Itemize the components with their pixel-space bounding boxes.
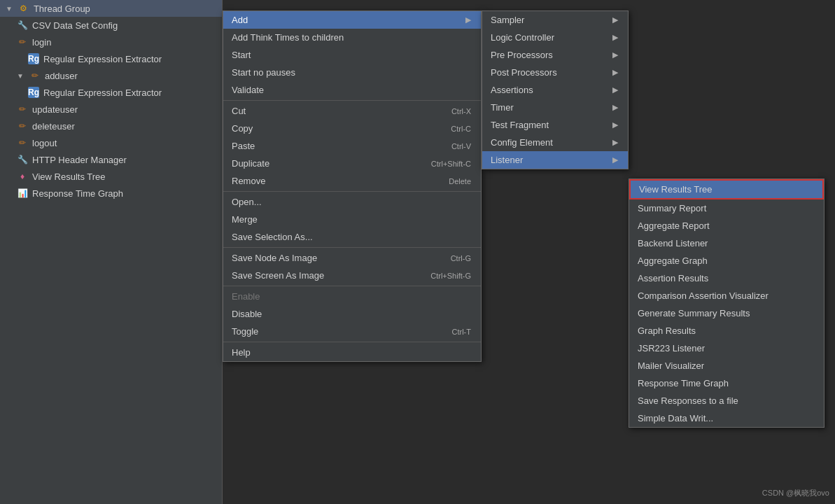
regex-icon: Rg — [28, 53, 39, 64]
main-context-menu[interactable]: Add ▶ Add Think Times to children Start … — [223, 10, 482, 362]
menu-label: Comparison Assertion Visualizer — [638, 290, 769, 301]
menu-item-open[interactable]: Open... — [223, 193, 481, 211]
listener-aggregate-report[interactable]: Aggregate Report — [629, 217, 824, 234]
menu-item-disable[interactable]: Disable — [223, 305, 481, 323]
listener-graph-results[interactable]: Graph Results — [629, 322, 824, 340]
shortcut-save-node: Ctrl-G — [451, 254, 471, 262]
menu-item-enable: Enable — [223, 288, 481, 305]
separator-4 — [223, 286, 481, 286]
menu-item-merge[interactable]: Merge — [223, 211, 481, 228]
listener-generate-summary[interactable]: Generate Summary Results — [629, 304, 824, 322]
listener-summary-report[interactable]: Summary Report — [629, 200, 824, 217]
radio-stop-test-now[interactable]: Stop Test Now — [531, 57, 603, 68]
pencil-icon: ✏ — [17, 137, 28, 148]
menu-label: View Results Tree — [639, 184, 713, 195]
tree-item-adduser-regex[interactable]: Rg Regular Expression Extractor — [0, 84, 222, 101]
menu-label: Validate — [232, 85, 264, 95]
separator-3 — [223, 247, 481, 248]
tree-label: Thread Group — [34, 4, 90, 14]
shortcut-toggle: Ctrl-T — [452, 328, 472, 336]
tree-label: Regular Expression Extractor — [43, 54, 162, 64]
listener-backend-listener[interactable]: Backend Listener — [629, 234, 824, 252]
menu-label: Response Time Graph — [638, 378, 729, 388]
radio-stop-now-label: Stop Test Now — [545, 57, 603, 68]
listener-submenu[interactable]: View Results Tree Summary Report Aggrega… — [629, 178, 825, 428]
menu-item-help[interactable]: Help — [223, 344, 481, 361]
tree-item-logout[interactable]: ✏ logout — [0, 134, 222, 151]
left-panel: ▼ ⚙ Thread Group 🔧 CSV Data Set Config ✏… — [0, 0, 223, 504]
menu-label: Generate Summary Results — [638, 308, 750, 318]
tree-item-csv[interactable]: 🔧 CSV Data Set Config — [0, 17, 222, 34]
menu-label: Save Responses to a file — [638, 396, 738, 406]
menu-label: Simple Data Writ... — [638, 413, 713, 424]
menu-label: Open... — [232, 197, 262, 207]
menu-label: Save Screen As Image — [232, 270, 324, 281]
tree-label: CSV Data Set Config — [32, 20, 118, 31]
menu-label: Save Selection As... — [232, 232, 313, 242]
menu-label: Duplicate — [232, 158, 269, 169]
tree-label: HTTP Header Manager — [32, 155, 127, 165]
menu-label: Remove — [232, 176, 265, 186]
listener-comparison-assertion[interactable]: Comparison Assertion Visualizer — [629, 287, 824, 304]
menu-item-start[interactable]: Start — [223, 46, 481, 64]
listener-save-responses[interactable]: Save Responses to a file — [629, 392, 824, 410]
menu-item-duplicate[interactable]: Duplicate Ctrl+Shift-C — [223, 155, 481, 172]
menu-item-start-no-pauses[interactable]: Start no pauses — [223, 64, 481, 81]
gear-icon: ⚙ — [18, 3, 29, 14]
menu-item-copy[interactable]: Copy Ctrl-C — [223, 120, 481, 137]
menu-item-add[interactable]: Add ▶ — [223, 11, 481, 29]
listener-view-results-tree[interactable]: View Results Tree — [629, 179, 824, 200]
menu-item-toggle[interactable]: Toggle Ctrl-T — [223, 323, 481, 340]
tree-item-thread-group[interactable]: ▼ ⚙ Thread Group — [0, 0, 222, 17]
tree-item-view-results[interactable]: ♦ View Results Tree — [0, 168, 222, 185]
menu-label: Start no pauses — [232, 67, 295, 78]
menu-label: Summary Report — [638, 203, 706, 214]
regex-icon: Rg — [28, 87, 39, 98]
menu-label: Disable — [232, 309, 262, 319]
menu-item-remove[interactable]: Remove Delete — [223, 172, 481, 190]
listener-jsr223[interactable]: JSR223 Listener — [629, 340, 824, 357]
menu-label: Merge — [232, 214, 258, 225]
tree-label: adduser — [45, 71, 78, 81]
radio-stop-now-input[interactable] — [531, 58, 540, 67]
menu-item-save-node-image[interactable]: Save Node As Image Ctrl-G — [223, 249, 481, 267]
tree-item-login-regex[interactable]: Rg Regular Expression Extractor — [0, 50, 222, 67]
tree-item-response-time[interactable]: 📊 Response Time Graph — [0, 185, 222, 202]
shortcut-cut: Ctrl-X — [451, 107, 471, 115]
menu-label: Save Node As Image — [232, 253, 317, 263]
menu-item-validate[interactable]: Validate — [223, 81, 481, 99]
menu-item-add-think-times[interactable]: Add Think Times to children — [223, 29, 481, 46]
tree-item-http-header[interactable]: 🔧 HTTP Header Manager — [0, 151, 222, 168]
listener-mailer-visualizer[interactable]: Mailer Visualizer — [629, 357, 824, 374]
menu-item-save-screen-image[interactable]: Save Screen As Image Ctrl+Shift-G — [223, 267, 481, 284]
pencil-icon: ✏ — [17, 36, 28, 48]
tree-label: logout — [32, 138, 57, 148]
pencil-icon: ✏ — [29, 70, 41, 81]
graph-icon: 📊 — [17, 188, 28, 199]
menu-item-cut[interactable]: Cut Ctrl-X — [223, 102, 481, 120]
wrench-icon: 🔧 — [17, 154, 28, 165]
listener-aggregate-graph[interactable]: Aggregate Graph — [629, 252, 824, 270]
menu-label: Cut — [232, 106, 246, 116]
tree-item-adduser[interactable]: ▼ ✏ adduser — [0, 67, 222, 84]
listener-assertion-results[interactable]: Assertion Results — [629, 270, 824, 287]
tree-label: Response Time Graph — [32, 188, 123, 199]
listener-icon: ♦ — [17, 171, 28, 182]
menu-label: JSR223 Listener — [638, 343, 705, 354]
menu-label: Aggregate Report — [638, 220, 710, 231]
listener-response-time-graph[interactable]: Response Time Graph — [629, 374, 824, 392]
shortcut-duplicate: Ctrl+Shift-C — [431, 160, 471, 168]
tree-item-login[interactable]: ✏ login — [0, 34, 222, 50]
separator-2 — [223, 191, 481, 192]
toggle-arrow: ▼ — [17, 72, 24, 80]
menu-item-paste[interactable]: Paste Ctrl-V — [223, 137, 481, 155]
pencil-icon: ✏ — [17, 120, 28, 132]
menu-label: Copy — [232, 123, 253, 134]
tree-label: updateuser — [32, 104, 78, 115]
tree-item-deleteuser[interactable]: ✏ deleteuser — [0, 118, 222, 134]
menu-item-save-selection[interactable]: Save Selection As... — [223, 228, 481, 246]
tree-item-updateuser[interactable]: ✏ updateuser — [0, 101, 222, 118]
listener-simple-data-writer[interactable]: Simple Data Writ... — [629, 410, 824, 427]
menu-label: Graph Results — [638, 326, 696, 336]
separator-5 — [223, 342, 481, 342]
